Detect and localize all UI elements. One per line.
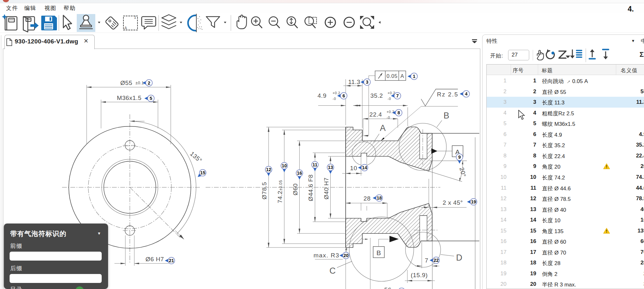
svg-text:4.9: 4.9 [318, 92, 326, 99]
svg-text:11: 11 [312, 162, 317, 167]
svg-text:14: 14 [362, 165, 367, 170]
svg-text:A: A [124, 26, 127, 30]
svg-text:7: 7 [425, 257, 428, 264]
svg-text:5: 5 [150, 96, 152, 101]
svg-text:35.2: 35.2 [370, 92, 383, 99]
svg-text:Ø78.5: Ø78.5 [261, 182, 268, 200]
svg-text:19: 19 [471, 199, 476, 204]
svg-text:Ø6 H7: Ø6 H7 [145, 256, 164, 262]
svg-text:10: 10 [350, 165, 357, 171]
svg-text:D: D [456, 253, 462, 262]
svg-text:Ø55: Ø55 [120, 80, 132, 86]
svg-text:8: 8 [397, 110, 400, 115]
svg-text:A: A [380, 123, 386, 133]
svg-text:22.4: 22.4 [369, 111, 382, 118]
svg-text:4: 4 [465, 91, 467, 96]
svg-text:56: 56 [384, 286, 391, 289]
svg-text:20: 20 [343, 253, 349, 258]
svg-text:20°: 20° [458, 167, 467, 178]
svg-text:-0: -0 [388, 97, 391, 101]
svg-text:2: 2 [148, 80, 150, 86]
svg-text:2 x 45°: 2 x 45° [443, 199, 463, 206]
svg-text:21: 21 [169, 258, 174, 263]
svg-text:6: 6 [342, 93, 345, 98]
svg-text:22: 22 [434, 258, 439, 263]
svg-text:Ø60: Ø60 [292, 183, 299, 195]
svg-text:0.05: 0.05 [387, 73, 398, 79]
svg-text:B: B [444, 111, 449, 120]
svg-text:16: 16 [297, 171, 302, 176]
svg-text:28: 28 [364, 195, 371, 202]
svg-text:18: 18 [377, 195, 382, 201]
svg-text:±0.1: ±0.1 [136, 81, 144, 85]
svg-text:B: B [376, 249, 381, 256]
svg-text:Ø44.6 F8: Ø44.6 F8 [307, 174, 314, 201]
svg-text:1: 1 [134, 15, 136, 19]
svg-text:-0: -0 [387, 116, 390, 119]
svg-text:74.2±0.05: 74.2±0.05 [277, 180, 283, 203]
svg-text:10: 10 [282, 163, 287, 168]
svg-text:+0.2: +0.2 [333, 91, 340, 95]
svg-text:12: 12 [266, 167, 271, 172]
svg-text:9: 9 [458, 155, 461, 160]
svg-text:A: A [400, 73, 404, 79]
svg-text:(15.9): (15.9) [411, 272, 428, 278]
svg-text:13: 13 [328, 165, 333, 170]
svg-text:M36x1.5: M36x1.5 [117, 95, 141, 101]
svg-text:7: 7 [396, 93, 399, 98]
svg-text:3: 3 [366, 80, 368, 85]
svg-text:-0: -0 [333, 97, 336, 101]
svg-text:1: 1 [413, 74, 415, 79]
svg-text:Rz 2.5: Rz 2.5 [437, 91, 459, 98]
svg-text:max. R3: max. R3 [313, 252, 339, 259]
svg-text:15: 15 [200, 170, 205, 175]
svg-text:11.3: 11.3 [348, 79, 360, 85]
svg-text:C: C [329, 266, 336, 276]
svg-text:Ø40 H7: Ø40 H7 [323, 177, 330, 199]
